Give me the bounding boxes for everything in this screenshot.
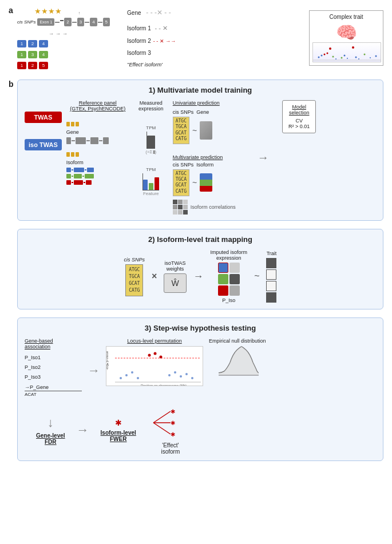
- exon-connector: [55, 22, 60, 23]
- exon-track-mini: [66, 137, 109, 144]
- svg-point-12: [355, 57, 357, 58]
- arrow-to-model: →: [258, 151, 269, 164]
- weights-col: isoTWASweights Ŵ: [164, 260, 186, 293]
- gene-track-mini-iso: Isoform: [66, 152, 129, 185]
- effect-iso-label: 'Effect'isoform: [161, 442, 180, 455]
- svg-point-23: [137, 377, 139, 379]
- svg-text:Position on chromosome (Mb): Position on chromosome (Mb): [141, 384, 187, 386]
- bar-red: [155, 177, 159, 190]
- effect-isoform-label: ''Effect' isoform': [127, 62, 176, 67]
- corr-cell-11: [173, 200, 177, 204]
- iso-cell-blue-3: [87, 168, 94, 172]
- svg-point-3: [324, 54, 326, 55]
- cis-snps-label: cis SNPs: [17, 19, 35, 25]
- svg-text:✱: ✱: [171, 420, 175, 426]
- bell-curve-svg: [216, 346, 259, 377]
- iso3-ex1: 1: [17, 62, 26, 69]
- svg-point-27: [168, 374, 171, 376]
- isoform-color-box: [200, 173, 212, 192]
- section3-box: 3) Step-wise hypothesis testing Gene-bas…: [17, 317, 383, 461]
- iso-line-4: [82, 176, 84, 177]
- isoform2-label: Isoform 2 - - ✕ →→: [127, 38, 176, 44]
- twas-badge: TWAS: [25, 112, 62, 123]
- iso-track-row-2: [66, 174, 94, 178]
- line-mini-2: [86, 140, 90, 141]
- iso-corr-row: Isoform correlations: [173, 200, 253, 215]
- snp-dots-iso: [66, 152, 79, 157]
- exon1-box: Exon 1: [37, 18, 54, 26]
- iso-cell-green-1: [66, 174, 71, 178]
- corr-cell-22: [178, 205, 183, 209]
- gene-gray-box: [200, 121, 212, 140]
- imp-cell-2: [229, 263, 240, 273]
- trait-cell-2: [266, 269, 276, 280]
- iso-line-5: [72, 182, 73, 183]
- imputed-label: Imputed isoformexpression: [211, 249, 248, 261]
- arrow-to-fwer: →: [77, 423, 89, 438]
- gene-fdr-col: ↓ Gene-levelFDR: [36, 415, 65, 445]
- univariate-row: cis SNPs Gene: [173, 109, 253, 115]
- section2-title: 2) Isoform-level trait mapping: [25, 235, 376, 244]
- corr-row2: [173, 205, 188, 209]
- imp-cell-3: [218, 274, 228, 284]
- corr-cell-12: [178, 200, 183, 204]
- trait-col: Trait: [266, 251, 276, 303]
- locus-label: Locus-level permutation: [127, 338, 182, 344]
- svg-line-36: [153, 423, 171, 434]
- p-iso-label: P_Iso: [222, 297, 235, 303]
- dna-box-uni: ATGCTGCAGCATCATG: [173, 117, 189, 144]
- p-values-list: P_Iso1 P_Iso2 P_Iso3: [25, 353, 82, 382]
- svg-line-34: [153, 411, 171, 423]
- corr-cell-23: [183, 205, 188, 209]
- imp-row1: [218, 263, 240, 273]
- iso-corr-label: Isoform correlations: [191, 204, 236, 210]
- exon-mini-1: [66, 137, 71, 144]
- gene-fdr-label: Gene-levelFDR: [36, 432, 65, 445]
- multivariate-section: Multivariate prediction cis SNPs Isoform…: [173, 154, 253, 215]
- exon-track: cis SNPs Exon 1 2 3 ↑ 4 5: [17, 18, 110, 26]
- cis-snps-col: cis SNPs ATGCTGCAGCATCATG: [124, 257, 145, 296]
- gene-assoc-label: Gene-basedassociation: [25, 338, 82, 350]
- svg-point-5: [329, 47, 331, 50]
- svg-point-10: [347, 58, 348, 59]
- svg-text:-log₂ p-value: -log₂ p-value: [106, 351, 109, 370]
- exon2-box: 2: [64, 18, 71, 26]
- iso3-ex5: 5: [39, 62, 48, 69]
- gene-track-mini-twas: Gene: [66, 122, 129, 144]
- imputed-grid: [218, 263, 240, 296]
- svg-point-26: [160, 356, 163, 359]
- ref-panel-col: Reference panel(GTEx, PsychENCODE) Gene: [66, 100, 129, 185]
- down-arrow-1: ↓: [47, 415, 54, 430]
- big-arrow-1: →: [88, 363, 100, 378]
- svg-text:✱: ✱: [171, 431, 175, 438]
- imp-cell-1: [218, 263, 228, 273]
- panel-b: b 1) Multivariate model training TWAS is…: [9, 80, 383, 461]
- iso-twas-bar-chart: TPM Feature: [142, 167, 159, 196]
- bars-iso: [142, 173, 159, 190]
- iso-cell-red-2: [74, 180, 83, 185]
- null-dist-col: Empirical null distribution: [209, 338, 266, 377]
- line-mini-1: [72, 140, 75, 141]
- manhattan-svg: -log₂ p-value: [106, 347, 203, 386]
- red-star-fwer: ✱: [115, 418, 122, 427]
- corr-row3: [173, 210, 188, 215]
- iso2-ex1: 1: [17, 51, 26, 58]
- tilde-uni: ~: [192, 126, 197, 135]
- svg-point-8: [341, 57, 343, 59]
- model-sel-col: Modelselection CV R² > 0.01: [274, 100, 325, 133]
- multivariate-row: cis SNPs Isoform: [173, 162, 253, 168]
- measured-col: Measuredexpression TPM (=Σ▮) TPM: [134, 100, 168, 196]
- imp-cell-6: [229, 285, 240, 296]
- iso1-ex1: 1: [17, 40, 26, 47]
- complex-trait-box: Complex trait 🧠: [309, 10, 383, 66]
- ref-panel-label: Reference panel(GTEx, PsychENCODE): [66, 100, 129, 112]
- imp-cell-4: [229, 274, 240, 284]
- snp-stars: ★★★★: [17, 7, 110, 15]
- panel-a-content: ★★★★ cis SNPs Exon 1 2 3 ↑ 4: [17, 6, 383, 69]
- tpm-label-iso: TPM: [146, 167, 156, 172]
- bar-green: [149, 183, 153, 190]
- p-gene-label: →P_Gene: [25, 384, 49, 390]
- exon-mini-2: [76, 137, 86, 144]
- p-iso2: P_Iso2: [25, 364, 41, 370]
- model-sel-box: Modelselection CV R² > 0.01: [282, 100, 316, 133]
